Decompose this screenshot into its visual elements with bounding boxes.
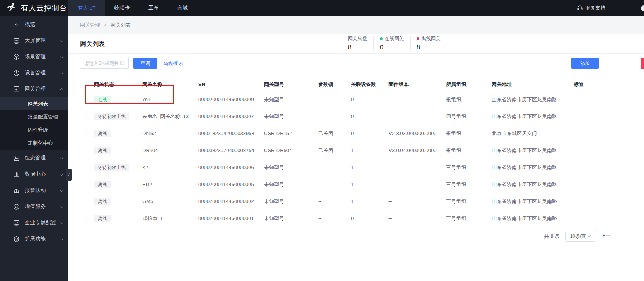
- device-count-link[interactable]: 1: [351, 147, 354, 153]
- org-value: 三号组织: [446, 164, 492, 171]
- breadcrumb-parent[interactable]: 网关管理: [80, 22, 100, 29]
- running-person-logo-icon: [6, 2, 17, 14]
- sidebar-collapse-handle[interactable]: [66, 169, 72, 181]
- sidebar-item[interactable]: 场景管理: [0, 49, 68, 65]
- support-link[interactable]: 服务支持: [577, 5, 605, 12]
- address-value: 山东省济南市历下区龙奥南路: [492, 181, 574, 188]
- sidebar-item[interactable]: 报警联动: [0, 182, 68, 198]
- prev-page-button[interactable]: 上一: [601, 233, 611, 240]
- model-value: USR-DR504: [264, 147, 318, 153]
- scene-icon: [13, 53, 20, 60]
- org-value: 四号组织: [446, 113, 492, 120]
- row-checkbox[interactable]: [82, 131, 87, 136]
- breadcrumb-separator: >: [104, 22, 107, 28]
- param-lock-value: 已关闭: [318, 147, 351, 154]
- row-checkbox[interactable]: [82, 199, 87, 204]
- app-title: 有人云控制台: [21, 3, 67, 13]
- device-count-value: 0: [351, 96, 388, 102]
- query-button[interactable]: 查询: [133, 58, 157, 69]
- topnav-tab[interactable]: 有人IoT: [68, 0, 105, 16]
- stat-value: 0: [380, 44, 404, 51]
- select-all-checkbox[interactable]: [82, 82, 87, 87]
- firmware-value: --: [388, 198, 446, 204]
- add-button[interactable]: 添加: [571, 58, 599, 69]
- sidebar-item-label: 数据中心: [25, 171, 60, 178]
- row-checkbox[interactable]: [82, 114, 87, 119]
- address-value: 山东省济南市历下区龙奥南路: [492, 96, 574, 103]
- org-value: 根组织: [446, 147, 492, 154]
- device-count-value: 0: [351, 130, 388, 136]
- device-count-link[interactable]: 1: [351, 198, 354, 204]
- sidebar-item-label: 网关管理: [25, 86, 60, 93]
- sn-value: 00002000114460000001: [198, 215, 264, 221]
- total-count: 共 8 条: [544, 233, 560, 240]
- advanced-search-link[interactable]: 高级搜索: [163, 60, 183, 67]
- model-value: 未知型号: [264, 215, 318, 222]
- topbar: 有人云控制台 有人IoT物联卡工单商城 服务支持: [0, 0, 644, 16]
- topnav-tab[interactable]: 物联卡: [105, 0, 140, 16]
- search-input[interactable]: [80, 58, 129, 69]
- alarm-icon: [13, 187, 20, 194]
- device-count-link[interactable]: 1: [351, 164, 354, 170]
- vas-icon: [13, 203, 20, 210]
- page-size-select[interactable]: 10条/页: [565, 231, 595, 242]
- topnav-tab[interactable]: 商城: [168, 0, 197, 16]
- row-checkbox[interactable]: [82, 216, 87, 221]
- hmi-icon: [13, 154, 20, 161]
- topnav-tab[interactable]: 工单: [139, 0, 168, 16]
- page-title: 网关列表: [80, 40, 105, 48]
- row-checkbox[interactable]: [82, 97, 87, 102]
- status-badge: 在线: [94, 96, 111, 103]
- card-header: 网关列表 网关总数8在线网关0离线网关8: [68, 34, 644, 53]
- table-row: 等待初次上线K700002000114460000006未知型号--1--三号组…: [68, 159, 644, 176]
- gateway-name: K7: [142, 164, 198, 170]
- sidebar-subitem[interactable]: 网关列表: [0, 97, 68, 110]
- row-checkbox[interactable]: [82, 165, 87, 170]
- model-value: 未知型号: [264, 181, 318, 188]
- gateway-name: 未命名_网关名称_13: [142, 113, 198, 120]
- sidebar-item[interactable]: 设备管理: [0, 65, 68, 81]
- column-header: 网关名称: [142, 81, 198, 88]
- table-header-row: 网关状态网关名称SN网关型号参数锁关联设备数固件版本所属组织网关地址标签: [68, 78, 644, 91]
- sidebar-subitem[interactable]: 定制化中心: [0, 137, 68, 150]
- row-checkbox[interactable]: [82, 148, 87, 153]
- table-row: 离线虚拟串口00002000114460000001未知型号--0--三号组织山…: [68, 210, 644, 227]
- firmware-value: V3.0.04.000000.0000: [388, 147, 446, 153]
- sidebar-item[interactable]: 网关管理: [0, 81, 68, 97]
- sidebar-item[interactable]: 组态管理: [0, 150, 68, 166]
- status-badge: 等待初次上线: [94, 164, 142, 171]
- device-count-value: 0: [351, 215, 388, 221]
- org-value: 根组织: [446, 96, 492, 103]
- sidebar-item[interactable]: 企业专属配置: [0, 215, 68, 231]
- sidebar-item[interactable]: 大屏管理: [0, 32, 68, 49]
- status-badge: 离线: [94, 181, 111, 188]
- sidebar-item-label: 增值服务: [25, 203, 60, 210]
- param-lock-value: --: [318, 113, 351, 119]
- topbar-right: 服务支持: [577, 0, 644, 16]
- row-checkbox[interactable]: [82, 182, 87, 187]
- sidebar-item[interactable]: 概览: [0, 16, 68, 32]
- sidebar-item[interactable]: 扩展功能: [0, 231, 68, 247]
- sidebar-subitem[interactable]: 固件升级: [0, 124, 68, 137]
- sidebar-subitem[interactable]: 批量配置管理: [0, 110, 68, 124]
- chevron-down-icon: [588, 234, 591, 237]
- gateway-name: DR504: [142, 147, 198, 153]
- top-nav: 有人IoT物联卡工单商城: [68, 0, 197, 16]
- address-value: 山东省济南市历下区龙奥南路: [492, 215, 574, 222]
- chevron-down-icon: [60, 220, 64, 224]
- stat-label: 网关总数: [348, 36, 367, 42]
- sidebar-item[interactable]: 增值服务: [0, 198, 68, 215]
- device-count-link[interactable]: 1: [351, 181, 354, 187]
- breadcrumb-current: 网关列表: [111, 22, 131, 29]
- device-count-value: 1: [351, 147, 388, 153]
- column-header: 参数锁: [318, 81, 351, 88]
- model-value: 未知型号: [264, 96, 318, 103]
- partial-red-button[interactable]: [641, 58, 644, 69]
- sidebar-item[interactable]: 数据中心: [0, 166, 68, 182]
- column-header: 关联设备数: [351, 81, 388, 88]
- status-badge: 离线: [94, 147, 142, 154]
- status-badge: 在线: [94, 96, 142, 103]
- sn-value: 00002000114460000002: [198, 198, 264, 204]
- gateway-table: 网关状态网关名称SN网关型号参数锁关联设备数固件版本所属组织网关地址标签在线7s…: [68, 78, 644, 227]
- column-header: 网关型号: [264, 81, 318, 88]
